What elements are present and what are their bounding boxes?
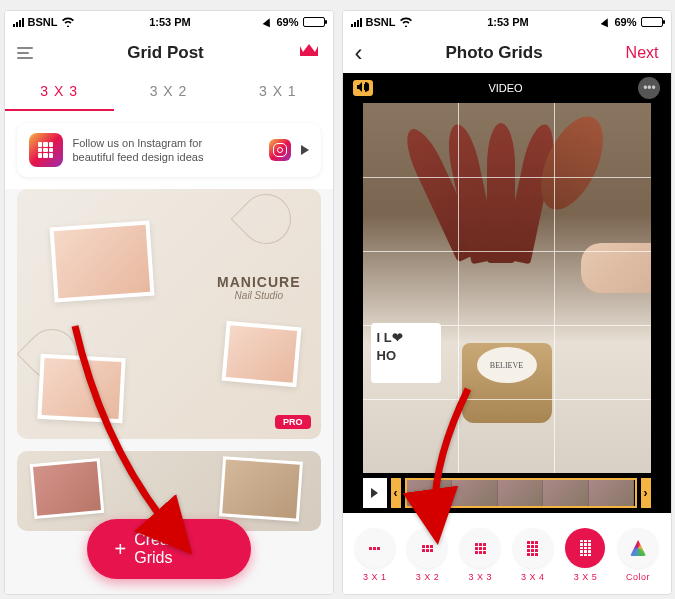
clock: 1:53 PM [487, 16, 529, 28]
plus-icon: + [115, 538, 127, 561]
phone-right: BSNL 1:53 PM 69% ‹ Photo Grids Next VIDE… [342, 10, 672, 595]
wifi-icon [61, 16, 75, 29]
grid-tabs: 3 X 3 3 X 2 3 X 1 [5, 73, 333, 111]
pro-badge: PRO [275, 415, 311, 429]
promo-line1: Follow us on Instagram for [73, 136, 259, 150]
clock: 1:53 PM [149, 16, 191, 28]
promo-line2: beautiful feed design ideas [73, 150, 259, 164]
next-button[interactable]: Next [626, 44, 659, 62]
preview-image: I L❤ HO BELIEVE [363, 103, 651, 473]
promo-grid-icon [29, 133, 63, 167]
battery-percent: 69% [614, 16, 636, 28]
carrier-label: BSNL [28, 16, 58, 28]
option-3x4[interactable]: 3 X 4 [513, 528, 553, 582]
signal-icon [13, 18, 24, 27]
page-title: Grid Post [127, 43, 204, 63]
status-bar: BSNL 1:53 PM 69% [5, 11, 333, 33]
instagram-icon [269, 139, 291, 161]
location-icon [263, 17, 274, 28]
filmstrip-thumbs[interactable] [405, 478, 637, 508]
trim-handle-left[interactable]: ‹ [391, 478, 401, 508]
promo-text: Follow us on Instagram for beautiful fee… [73, 136, 259, 165]
tab-3x3[interactable]: 3 X 3 [5, 73, 114, 111]
crown-icon[interactable] [298, 42, 320, 65]
location-icon [601, 17, 612, 28]
tag-decor: BELIEVE [477, 347, 537, 383]
tab-3x2[interactable]: 3 X 2 [114, 73, 223, 111]
carrier-label: BSNL [366, 16, 396, 28]
battery-icon [303, 17, 325, 27]
option-3x1[interactable]: 3 X 1 [355, 528, 395, 582]
page-title: Photo Grids [445, 43, 542, 63]
color-icon [630, 540, 646, 556]
play-icon [301, 145, 309, 155]
battery-percent: 69% [276, 16, 298, 28]
menu-icon[interactable] [17, 47, 33, 59]
video-label: VIDEO [488, 82, 522, 94]
grid-options: 3 X 1 3 X 2 3 X 3 3 X 4 3 X 5 Color [343, 513, 671, 593]
wifi-icon [399, 16, 413, 29]
option-3x5[interactable]: 3 X 5 [565, 528, 605, 582]
filmstrip[interactable]: ‹ › [343, 473, 671, 513]
status-bar: BSNL 1:53 PM 69% [343, 11, 671, 33]
grid-preview[interactable]: I L❤ HO BELIEVE [343, 103, 671, 473]
fab-label: Create Grids [134, 531, 222, 567]
create-grids-button[interactable]: + Create Grids [87, 519, 251, 579]
nav-bar: Grid Post [5, 33, 333, 73]
option-3x2[interactable]: 3 X 2 [407, 528, 447, 582]
video-header: VIDEO ••• [343, 73, 671, 103]
template-card-manicure[interactable]: MANICURE Nail Studio PRO [17, 189, 321, 439]
promo-banner[interactable]: Follow us on Instagram for beautiful fee… [17, 123, 321, 177]
sign-decor: I L❤ HO [371, 323, 441, 383]
speaker-icon[interactable] [353, 80, 373, 96]
more-icon[interactable]: ••• [638, 77, 660, 99]
phone-left: BSNL 1:53 PM 69% Grid Post 3 X 3 3 X 2 3… [4, 10, 334, 595]
battery-icon [641, 17, 663, 27]
trim-handle-right[interactable]: › [641, 478, 651, 508]
signal-icon [351, 18, 362, 27]
option-color[interactable]: Color [618, 528, 658, 582]
option-3x3[interactable]: 3 X 3 [460, 528, 500, 582]
tab-3x1[interactable]: 3 X 1 [223, 73, 332, 111]
card-subtitle: Nail Studio [217, 290, 300, 301]
back-icon[interactable]: ‹ [355, 39, 363, 67]
filmstrip-play-icon[interactable] [363, 478, 387, 508]
nav-bar: ‹ Photo Grids Next [343, 33, 671, 73]
card-title: MANICURE [217, 274, 300, 290]
